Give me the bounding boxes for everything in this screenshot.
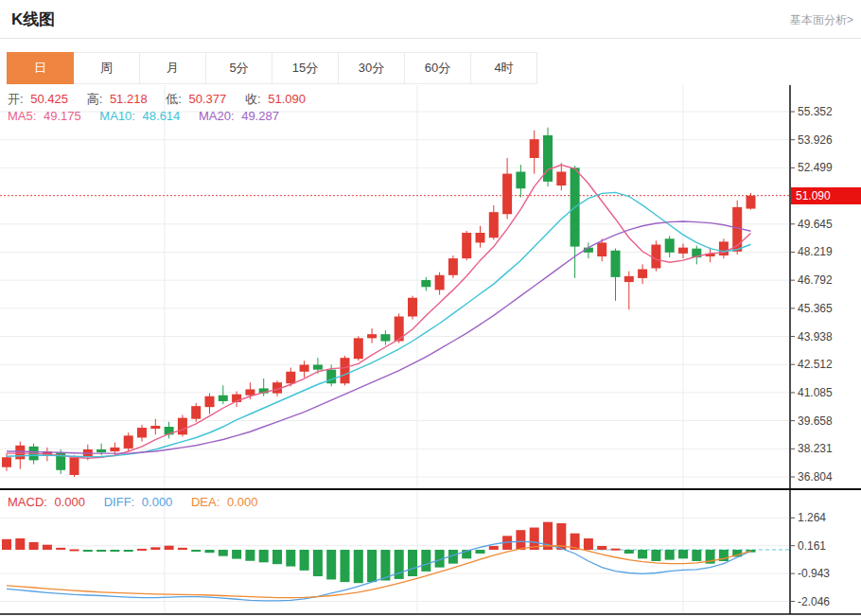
ma5-label: MA5: xyxy=(8,109,36,123)
fundamental-analysis-link[interactable]: 基本面分析> xyxy=(790,12,853,28)
macd-bar xyxy=(232,550,241,559)
candle-body xyxy=(502,174,512,215)
macd-bar xyxy=(178,548,187,550)
candle-body xyxy=(380,334,390,341)
tab-week[interactable]: 周 xyxy=(74,52,140,84)
candle-body xyxy=(97,449,106,452)
macd-value: 0.000 xyxy=(55,495,86,509)
candle-body xyxy=(678,248,688,254)
low-value: 50.377 xyxy=(189,92,227,106)
candle-body xyxy=(313,364,323,369)
candle-body xyxy=(638,270,647,278)
ma20-line xyxy=(7,221,751,453)
candle-body xyxy=(245,389,255,395)
macd-bar xyxy=(584,538,593,550)
close-label: 收: xyxy=(245,92,261,106)
dea-value: 0.000 xyxy=(227,495,258,509)
axis-tick-label: 49.645 xyxy=(798,218,833,231)
macd-bar xyxy=(29,542,39,550)
candle-body xyxy=(191,406,201,419)
candle-body xyxy=(665,238,675,253)
low-label: 低: xyxy=(166,92,182,106)
diff-value: 0.000 xyxy=(142,495,173,509)
axis-tick-label: -0.943 xyxy=(798,567,830,580)
axis-tick-label: 48.219 xyxy=(798,245,833,258)
candle-body xyxy=(2,457,11,466)
kline-chart-canvas[interactable]: 55.35253.92652.49949.64548.21946.79245.3… xyxy=(0,85,861,616)
macd-bar xyxy=(678,550,688,558)
tab-month[interactable]: 月 xyxy=(140,52,206,84)
candle-body xyxy=(408,298,417,317)
interval-tab-bar: 日周月5分15分30分60分4时 xyxy=(7,52,861,84)
axis-tick-label: 0.161 xyxy=(798,539,826,553)
candle-body xyxy=(15,446,25,460)
candle-body xyxy=(597,242,606,256)
macd-bar xyxy=(97,550,106,552)
macd-bar xyxy=(272,550,282,564)
candle-body xyxy=(286,372,295,383)
candle-body xyxy=(556,172,566,186)
tab-day[interactable]: 日 xyxy=(7,52,74,84)
ma10-line xyxy=(7,192,751,456)
macd-label: MACD: xyxy=(8,495,47,509)
macd-bar xyxy=(516,530,525,550)
macd-bar xyxy=(597,546,606,550)
tab-30min[interactable]: 30分 xyxy=(339,52,405,84)
candle-body xyxy=(300,364,309,371)
candle-body xyxy=(137,428,147,437)
candle-body xyxy=(476,233,485,242)
candle-body xyxy=(530,139,539,158)
macd-bar xyxy=(70,549,79,551)
macd-bar xyxy=(150,547,160,550)
axis-tick-label: 38.231 xyxy=(798,442,833,455)
candle-body xyxy=(489,212,499,238)
axis-tick-label: 1.264 xyxy=(798,511,826,524)
macd-bar xyxy=(205,550,215,553)
macd-bar xyxy=(245,550,255,561)
macd-bar xyxy=(341,550,350,582)
macd-bar xyxy=(692,550,701,561)
candle-body xyxy=(448,258,458,275)
candle-body xyxy=(367,334,377,338)
macd-bar xyxy=(367,550,377,582)
candle-body xyxy=(205,396,215,407)
candle-body xyxy=(462,233,471,258)
dea-label: DEA: xyxy=(191,495,220,509)
candle-body xyxy=(611,251,621,277)
macd-bar xyxy=(259,550,269,562)
macd-bar xyxy=(476,550,485,554)
ma5-line xyxy=(7,165,751,458)
high-value: 51.218 xyxy=(110,92,148,106)
macd-bar xyxy=(124,550,133,552)
macd-bar xyxy=(624,550,634,554)
current-price-badge: 51.090 xyxy=(791,187,861,204)
macd-bar xyxy=(191,550,201,552)
axis-tick-label: 55.352 xyxy=(798,105,833,118)
macd-bar xyxy=(110,550,119,552)
ma5-value: 49.175 xyxy=(44,109,81,123)
candles-layer xyxy=(2,128,756,477)
candle-body xyxy=(70,457,79,475)
macd-bar xyxy=(665,550,675,560)
tab-60min[interactable]: 60分 xyxy=(405,52,471,84)
macd-bar xyxy=(2,539,11,550)
candle-body xyxy=(354,338,363,359)
page-title: K线图 xyxy=(11,9,55,30)
candle-body xyxy=(516,172,525,189)
open-label: 开: xyxy=(8,92,24,106)
tab-5min[interactable]: 5分 xyxy=(206,52,272,84)
page-header: K线图 基本面分析> xyxy=(0,0,861,39)
tab-15min[interactable]: 15分 xyxy=(272,52,339,84)
macd-legend: MACD: 0.000 DIFF: 0.000 DEA: 0.000 xyxy=(8,495,262,509)
macd-bar xyxy=(137,549,147,551)
kline-chart-area[interactable]: 55.35253.92652.49949.64548.21946.79245.3… xyxy=(0,85,861,616)
axis-tick-label: 42.512 xyxy=(798,358,833,371)
chart-frame xyxy=(0,85,861,614)
candle-body xyxy=(651,245,660,269)
tab-4hour[interactable]: 4时 xyxy=(471,52,537,84)
ma20-value: 49.287 xyxy=(241,109,279,123)
axis-tick-label: 45.365 xyxy=(798,302,833,315)
candle-body xyxy=(747,196,756,209)
macd-bar xyxy=(165,546,174,550)
high-label: 高: xyxy=(87,92,103,106)
